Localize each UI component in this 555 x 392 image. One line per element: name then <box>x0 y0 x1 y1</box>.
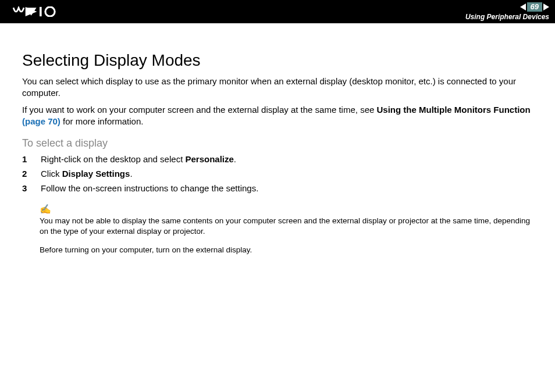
step-bold: Display Settings <box>62 169 130 179</box>
p2-link[interactable]: (page 70) <box>22 116 61 126</box>
vaio-logo <box>10 6 69 17</box>
content-area: Selecting Display Modes You can select w… <box>0 23 555 256</box>
header-bar: 69 Using Peripheral Devices <box>0 0 555 23</box>
step-post: . <box>234 154 236 164</box>
note-icon: ✍ <box>40 204 533 215</box>
p2-text-a: If you want to work on your computer scr… <box>22 105 376 115</box>
note-text-1: You may not be able to display the same … <box>40 216 533 237</box>
p2-bold: Using the Multiple Monitors Function <box>376 105 530 115</box>
step-text: Follow the on-screen instructions to cha… <box>41 183 258 193</box>
intro-paragraph-1: You can select which display to use as t… <box>22 76 533 98</box>
page-number: 69 <box>527 2 542 12</box>
step-row: 3 Follow the on-screen instructions to c… <box>22 183 533 193</box>
intro-paragraph-2: If you want to work on your computer scr… <box>22 104 533 127</box>
breadcrumb: Using Peripheral Devices <box>465 13 549 21</box>
note-text-2: Before turning on your computer, turn on… <box>40 245 533 255</box>
p2-text-c: for more information. <box>61 116 144 126</box>
svg-rect-0 <box>40 7 42 16</box>
step-bold: Personalize <box>185 154 233 164</box>
prev-page-arrow-icon[interactable] <box>520 3 526 10</box>
step-post: . <box>130 169 132 179</box>
header-right: 69 Using Peripheral Devices <box>465 2 549 21</box>
step-pre: Click <box>41 169 62 179</box>
step-text: Right-click on the desktop and select Pe… <box>41 154 236 164</box>
step-row: 1 Right-click on the desktop and select … <box>22 154 533 164</box>
page-title: Selecting Display Modes <box>22 51 533 70</box>
step-pre: Right-click on the desktop and select <box>41 154 185 164</box>
step-number: 2 <box>22 169 29 179</box>
step-number: 1 <box>22 154 29 164</box>
step-pre: Follow the on-screen instructions to cha… <box>41 183 258 193</box>
note-block: ✍ You may not be able to display the sam… <box>40 204 533 256</box>
step-text: Click Display Settings. <box>41 169 133 179</box>
step-number: 3 <box>22 183 29 193</box>
pager: 69 <box>520 2 549 12</box>
svg-point-1 <box>45 7 55 16</box>
next-page-arrow-icon[interactable] <box>543 3 549 10</box>
step-row: 2 Click Display Settings. <box>22 169 533 179</box>
subheading: To select a display <box>22 137 533 149</box>
